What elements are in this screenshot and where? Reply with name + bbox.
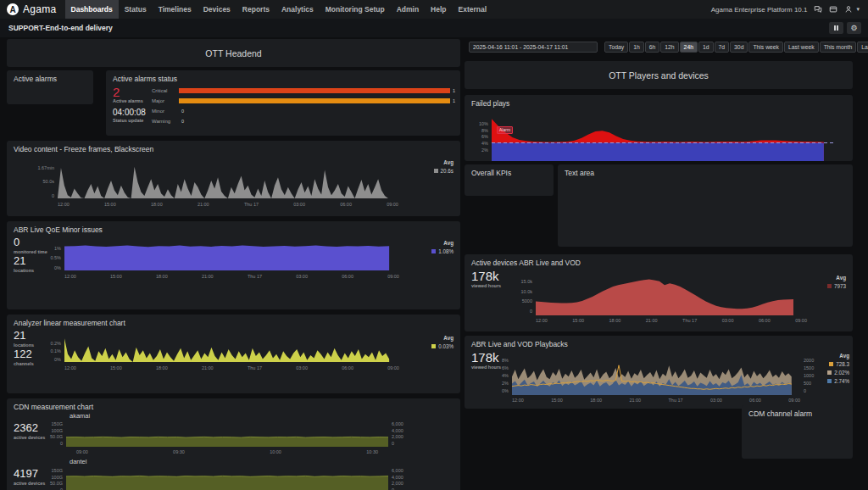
alarm-row-critical[interactable]: Critical 1 [152,87,455,94]
dantel-y-axis-right: 6,0004,0002,0000 [392,469,414,490]
cdn-akamai-label: akamai [70,412,90,420]
dantel-chart[interactable] [66,468,388,490]
preset-24h[interactable]: 24h [680,42,698,53]
akamai-y-axis-right: 6,0004,0002,0000 [392,422,414,446]
abr-plot[interactable] [64,242,399,270]
panel-video-content[interactable]: Video content - Freeze frames, Blackscre… [7,141,460,216]
panel-icon[interactable] [828,5,837,14]
breadcrumb[interactable]: SUPPORT-End-to-end delivery [0,24,113,32]
pause-icon [834,25,838,31]
agama-logo-icon: A [7,3,19,15]
preset-today[interactable]: Today [604,42,628,53]
analyzer-channels-label: channels [14,361,34,367]
akamai-plot[interactable] [66,421,388,447]
preset-this-month[interactable]: This month [820,42,857,53]
user-menu-caret-icon[interactable]: ▾ [856,6,860,13]
nav-item-reports[interactable]: Reports [236,0,275,19]
analyzer-chart[interactable] [64,337,399,362]
pause-button[interactable] [829,22,843,34]
nav-right: Agama Enterprise Platform 10.1 ▾ [711,5,868,14]
panel-title: CDM channel alarm [748,409,812,418]
panel-overall-kpis[interactable]: Overall KPIs [465,164,554,196]
panel-cdm-alarm[interactable]: CDM channel alarm [742,405,853,459]
preset-7d[interactable]: 7d [715,42,730,53]
nav-item-timelines[interactable]: Timelines [153,0,198,19]
major-bar [179,98,450,103]
akamai-chart[interactable] [66,421,388,447]
panel-title: Failed plays [471,99,509,108]
video-y-axis: 1.67min50.0s0 [14,166,54,198]
video-chart[interactable] [58,166,398,198]
alarm-severity-rows: Critical 1 Major 1 Minor 0 Warning 0 [152,87,455,128]
preset-30d[interactable]: 30d [730,42,748,53]
nav-item-devices[interactable]: Devices [198,0,236,19]
top-nav: A Agama Dashboards Status Timelines Devi… [0,0,868,19]
panel-text-area[interactable]: Text area [558,164,853,247]
playbacks-plot[interactable] [512,358,800,395]
brand[interactable]: A Agama [0,3,65,15]
nav-item-status[interactable]: Status [119,0,153,19]
panel-active-devices[interactable]: Active devices ABR Live and VOD 178k vie… [465,254,853,331]
alarm-chip[interactable]: Alarm [497,126,513,134]
panel-alarms-status[interactable]: Active alarms status 2 Active alarms 04:… [106,70,460,136]
alarm-row-warning[interactable]: Warning 0 [152,118,455,125]
abr-legend[interactable]: Avg1.08% [406,240,453,254]
video-legend[interactable]: Avg20.6s [406,159,453,174]
preset-last-month[interactable]: Last month [857,42,868,53]
nav-item-help[interactable]: Help [425,0,452,19]
user-icon[interactable] [843,5,853,14]
chat-icon[interactable] [813,5,822,14]
cdn-dantel-label: dantel [70,458,86,465]
panel-playbacks[interactable]: ABR Live and VOD Playbacks 178k viewed h… [465,336,853,409]
preset-12h[interactable]: 12h [660,42,678,53]
akamai-x-axis: 09:0009:3010:0010:30 [66,449,388,454]
brand-name: Agama [23,3,57,15]
nav-item-dashboards[interactable]: Dashboards [65,0,119,19]
time-preset-group: Today 1h 6h 12h 24h 1d 7d 30d This week … [604,42,868,53]
panel-ott-headend[interactable]: OTT Headend [7,39,460,67]
active-devices-x-axis: 12:0015:0018:0021:00Thu 1703:0006:0009:0… [536,318,807,323]
akamai-y-axis: 150G100G50.0G0 [41,422,63,446]
dantel-y-axis: 150G100G50.0G0 [41,469,63,490]
dantel-plot[interactable] [66,468,388,490]
alarm-row-minor[interactable]: Minor 0 [152,108,455,114]
failed-plays-plot[interactable] [492,115,834,161]
dashboard-app: A Agama Dashboards Status Timelines Devi… [0,0,868,490]
panel-failed-plays[interactable]: Failed plays 10%8%6%4%2% Alarm [465,95,853,161]
panel-active-alarms[interactable]: Active alarms [7,70,93,104]
preset-this-week[interactable]: This week [748,42,783,53]
panel-abr-qoe[interactable]: ABR Live QoE Minor issues 0 monitored ti… [7,221,460,309]
nav-item-monitoring-setup[interactable]: Monitoring Setup [320,0,391,19]
nav-item-admin[interactable]: Admin [391,0,425,19]
active-devices-legend[interactable]: Avg7973 [807,275,846,289]
preset-6h[interactable]: 6h [645,42,660,53]
playbacks-y-axis: 8%6%4%2%0% [490,359,509,393]
platform-version-label: Agama Enterprise Platform 10.1 [711,6,808,14]
panel-cdn[interactable]: CDN measurement chart akamai 2362 active… [7,398,460,490]
time-range-input[interactable]: 2025-04-16 11:01 - 2025-04-17 11:01 [469,42,598,53]
playbacks-legend[interactable]: Avg728.32.02%2.74% [809,353,849,384]
panel-analyzer[interactable]: Analyzer linear measurement chart 21 loc… [7,315,460,393]
active-devices-plot[interactable] [536,276,807,315]
alarm-row-major[interactable]: Major 1 [152,97,455,104]
analyzer-y-axis: 0.2%0.1%0% [36,342,61,362]
abr-qoe-chart[interactable] [64,242,399,270]
panel-ott-players[interactable]: OTT Players and devices [465,61,853,89]
analyzer-channels-stat: 122 [14,348,34,361]
analyzer-legend[interactable]: Avg0.03% [406,335,453,349]
status-update-time: 04:00:08 [113,108,146,118]
preset-last-week[interactable]: Last week [784,42,819,53]
preset-1h[interactable]: 1h [629,42,644,53]
viewed-hours-label: viewed hours [471,283,501,289]
active-devices-chart[interactable] [536,276,807,315]
nav-item-external[interactable]: External [453,0,493,19]
video-x-axis: 12:0015:0018:0021:00Thu 1703:0006:0009:0… [58,202,398,207]
breadcrumb-bar: SUPPORT-End-to-end delivery ⚙ [0,19,868,37]
failed-plays-chart[interactable] [492,115,834,161]
playbacks-chart[interactable] [512,358,800,395]
analyzer-plot[interactable] [64,337,399,362]
nav-item-analytics[interactable]: Analytics [275,0,320,19]
preset-1d[interactable]: 1d [698,42,714,53]
video-plot[interactable] [58,166,398,198]
settings-button[interactable]: ⚙ [847,22,861,34]
